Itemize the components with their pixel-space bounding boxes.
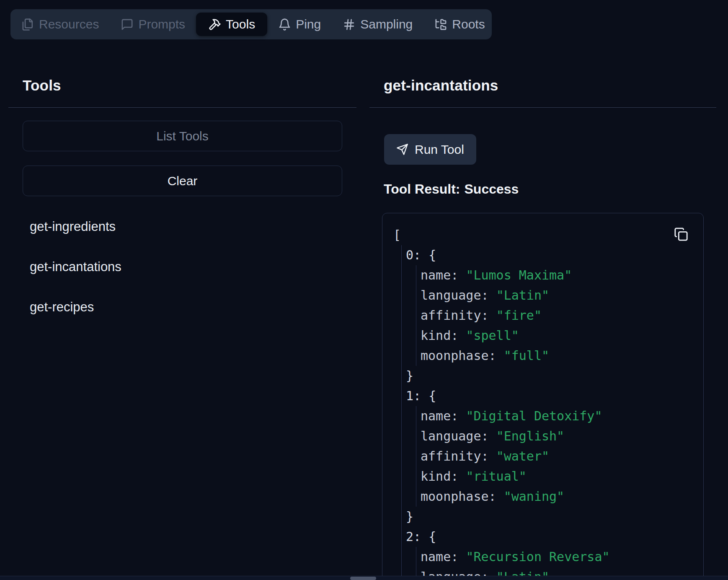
json-array-body: 0: {name: "Lumos Maxima"language: "Latin… <box>401 245 695 580</box>
json-line: 2: { <box>406 527 695 547</box>
json-line: kind: "ritual" <box>421 466 695 487</box>
tool-list-item-get-ingredients[interactable]: get-ingredients <box>30 217 349 237</box>
selected-tool-title: get-incantations <box>384 78 498 93</box>
copy-button[interactable] <box>674 227 688 241</box>
send-icon <box>396 143 408 155</box>
json-line: } <box>406 507 695 527</box>
left-panel-divider <box>8 107 356 108</box>
json-line: moonphase: "full" <box>421 346 695 366</box>
json-object-body: name: "Digital Detoxify"language: "Engli… <box>416 406 695 507</box>
clear-button[interactable]: Clear <box>23 166 342 196</box>
tool-detail-panel: get-incantations Run Tool Tool Result:Su… <box>369 0 717 580</box>
tool-result-line: Tool Result:Success <box>384 182 519 196</box>
tools-list-panel: Tools List Tools Clear get-ingredients g… <box>8 0 357 580</box>
json-line: kind: "spell" <box>421 326 695 346</box>
tool-list-item-get-recipes[interactable]: get-recipes <box>30 297 349 317</box>
horizontal-scrollbar-thumb[interactable] <box>350 577 376 580</box>
left-panel-title: Tools <box>23 78 61 93</box>
json-line: 1: { <box>406 386 695 406</box>
copy-icon <box>674 227 688 241</box>
tool-result-status: Success <box>465 181 519 197</box>
json-line: language: "Latin" <box>421 285 695 306</box>
json-object-body: name: "Recursion Reversa"language: "Lati… <box>416 547 695 580</box>
json-content: [0: {name: "Lumos Maxima"language: "Lati… <box>393 225 695 580</box>
json-line: name: "Lumos Maxima" <box>421 265 695 285</box>
list-tools-button[interactable]: List Tools <box>23 121 342 151</box>
json-object-body: name: "Lumos Maxima"language: "Latin"aff… <box>416 265 695 366</box>
json-line: moonphase: "waning" <box>421 487 695 507</box>
json-line: language: "English" <box>421 426 695 446</box>
json-line: [ <box>393 225 695 245</box>
json-line: affinity: "fire" <box>421 306 695 326</box>
horizontal-scrollbar-track[interactable] <box>0 576 728 580</box>
run-tool-button[interactable]: Run Tool <box>384 134 476 165</box>
json-line: } <box>406 366 695 386</box>
right-panel-divider <box>369 107 716 108</box>
tool-list-item-get-incantations[interactable]: get-incantations <box>30 257 349 277</box>
run-tool-label: Run Tool <box>415 142 464 157</box>
json-line: 0: { <box>406 245 695 265</box>
json-line: name: "Digital Detoxify" <box>421 406 695 426</box>
json-line: name: "Recursion Reversa" <box>421 547 695 567</box>
json-result-viewer: [0: {name: "Lumos Maxima"language: "Lati… <box>382 213 704 580</box>
tool-result-label: Tool Result: <box>384 181 460 197</box>
json-line: affinity: "water" <box>421 446 695 466</box>
